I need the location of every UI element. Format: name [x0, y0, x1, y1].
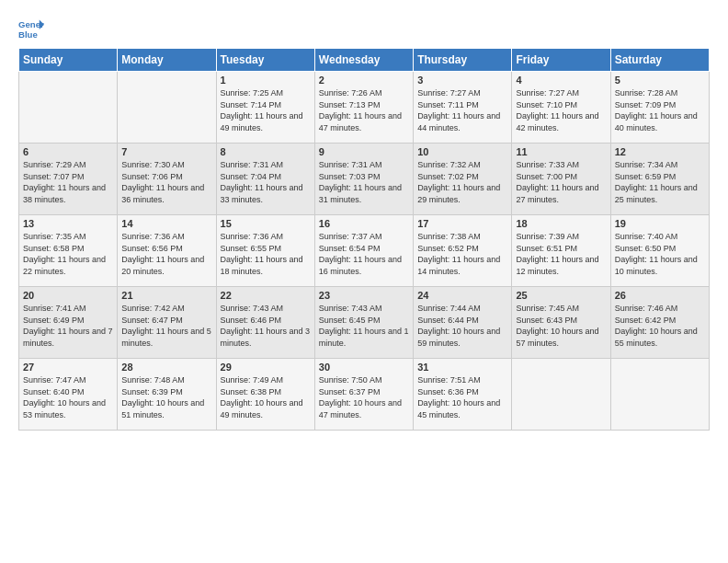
calendar-cell: 3Sunrise: 7:27 AM Sunset: 7:11 PM Daylig… [414, 72, 512, 144]
cell-info: Sunrise: 7:31 AM Sunset: 7:04 PM Dayligh… [221, 159, 311, 205]
calendar-cell: 8Sunrise: 7:31 AM Sunset: 7:04 PM Daylig… [216, 144, 314, 215]
calendar-cell: 20Sunrise: 7:41 AM Sunset: 6:49 PM Dayli… [19, 287, 118, 359]
calendar-cell: 2Sunrise: 7:26 AM Sunset: 7:13 PM Daylig… [314, 72, 413, 144]
calendar-cell: 26Sunrise: 7:46 AM Sunset: 6:42 PM Dayli… [610, 287, 709, 359]
day-number: 16 [319, 218, 409, 229]
day-number: 4 [516, 75, 606, 86]
cell-info: Sunrise: 7:45 AM Sunset: 6:43 PM Dayligh… [516, 303, 606, 349]
cell-info: Sunrise: 7:41 AM Sunset: 6:49 PM Dayligh… [23, 303, 113, 349]
day-header-monday: Monday [118, 49, 216, 72]
day-number: 11 [516, 146, 606, 157]
calendar-cell: 13Sunrise: 7:35 AM Sunset: 6:58 PM Dayli… [19, 215, 118, 287]
calendar-cell: 28Sunrise: 7:48 AM Sunset: 6:39 PM Dayli… [118, 359, 216, 431]
day-number: 31 [417, 362, 507, 373]
day-header-thursday: Thursday [414, 49, 512, 72]
day-number: 10 [417, 146, 507, 157]
cell-info: Sunrise: 7:51 AM Sunset: 6:36 PM Dayligh… [417, 374, 507, 420]
calendar-cell: 1Sunrise: 7:25 AM Sunset: 7:14 PM Daylig… [216, 72, 314, 144]
calendar-cell: 30Sunrise: 7:50 AM Sunset: 6:37 PM Dayli… [314, 359, 413, 431]
day-number: 17 [417, 218, 507, 229]
cell-info: Sunrise: 7:43 AM Sunset: 6:45 PM Dayligh… [319, 303, 409, 349]
cell-info: Sunrise: 7:26 AM Sunset: 7:13 PM Dayligh… [319, 87, 409, 133]
day-header-wednesday: Wednesday [314, 49, 413, 72]
calendar-cell: 4Sunrise: 7:27 AM Sunset: 7:10 PM Daylig… [512, 72, 610, 144]
calendar-cell: 16Sunrise: 7:37 AM Sunset: 6:54 PM Dayli… [314, 215, 413, 287]
cell-info: Sunrise: 7:36 AM Sunset: 6:56 PM Dayligh… [121, 231, 211, 277]
cell-info: Sunrise: 7:30 AM Sunset: 7:06 PM Dayligh… [121, 159, 211, 205]
calendar-cell: 27Sunrise: 7:47 AM Sunset: 6:40 PM Dayli… [19, 359, 118, 431]
day-number: 13 [23, 218, 113, 229]
calendar-cell [512, 359, 610, 431]
cell-info: Sunrise: 7:31 AM Sunset: 7:03 PM Dayligh… [319, 159, 409, 205]
calendar-cell: 24Sunrise: 7:44 AM Sunset: 6:44 PM Dayli… [414, 287, 512, 359]
day-number: 26 [615, 290, 705, 301]
cell-info: Sunrise: 7:48 AM Sunset: 6:39 PM Dayligh… [121, 374, 211, 420]
calendar-table: SundayMondayTuesdayWednesdayThursdayFrid… [18, 48, 710, 431]
cell-info: Sunrise: 7:27 AM Sunset: 7:11 PM Dayligh… [417, 87, 507, 133]
svg-text:Blue: Blue [18, 29, 38, 40]
cell-info: Sunrise: 7:39 AM Sunset: 6:51 PM Dayligh… [516, 231, 606, 277]
calendar-cell: 18Sunrise: 7:39 AM Sunset: 6:51 PM Dayli… [512, 215, 610, 287]
calendar-cell: 22Sunrise: 7:43 AM Sunset: 6:46 PM Dayli… [216, 287, 314, 359]
cell-info: Sunrise: 7:34 AM Sunset: 6:59 PM Dayligh… [615, 159, 705, 205]
day-header-saturday: Saturday [610, 49, 709, 72]
cell-info: Sunrise: 7:38 AM Sunset: 6:52 PM Dayligh… [417, 231, 507, 277]
calendar-cell: 15Sunrise: 7:36 AM Sunset: 6:55 PM Dayli… [216, 215, 314, 287]
day-header-tuesday: Tuesday [216, 49, 314, 72]
day-number: 22 [221, 290, 311, 301]
cell-info: Sunrise: 7:46 AM Sunset: 6:42 PM Dayligh… [615, 303, 705, 349]
calendar-cell [610, 359, 709, 431]
day-number: 8 [221, 146, 311, 157]
day-number: 5 [615, 75, 705, 86]
day-number: 25 [516, 290, 606, 301]
calendar-cell: 12Sunrise: 7:34 AM Sunset: 6:59 PM Dayli… [610, 144, 709, 215]
day-number: 27 [23, 362, 113, 373]
day-header-sunday: Sunday [19, 49, 118, 72]
day-number: 23 [319, 290, 409, 301]
day-number: 3 [417, 75, 507, 86]
calendar-cell: 19Sunrise: 7:40 AM Sunset: 6:50 PM Dayli… [610, 215, 709, 287]
logo: General Blue [18, 17, 44, 42]
day-number: 12 [615, 146, 705, 157]
calendar-cell: 21Sunrise: 7:42 AM Sunset: 6:47 PM Dayli… [118, 287, 216, 359]
cell-info: Sunrise: 7:44 AM Sunset: 6:44 PM Dayligh… [417, 303, 507, 349]
cell-info: Sunrise: 7:27 AM Sunset: 7:10 PM Dayligh… [516, 87, 606, 133]
calendar-cell: 29Sunrise: 7:49 AM Sunset: 6:38 PM Dayli… [216, 359, 314, 431]
day-number: 21 [121, 290, 211, 301]
day-header-friday: Friday [512, 49, 610, 72]
day-number: 30 [319, 362, 409, 373]
calendar-cell [19, 72, 118, 144]
calendar-cell [118, 72, 216, 144]
cell-info: Sunrise: 7:47 AM Sunset: 6:40 PM Dayligh… [23, 374, 113, 420]
day-number: 2 [319, 75, 409, 86]
cell-info: Sunrise: 7:37 AM Sunset: 6:54 PM Dayligh… [319, 231, 409, 277]
day-number: 24 [417, 290, 507, 301]
cell-info: Sunrise: 7:25 AM Sunset: 7:14 PM Dayligh… [221, 87, 311, 133]
day-number: 7 [121, 146, 211, 157]
day-number: 19 [615, 218, 705, 229]
cell-info: Sunrise: 7:28 AM Sunset: 7:09 PM Dayligh… [615, 87, 705, 133]
cell-info: Sunrise: 7:33 AM Sunset: 7:00 PM Dayligh… [516, 159, 606, 205]
logo-icon: General Blue [18, 17, 44, 42]
calendar-cell: 5Sunrise: 7:28 AM Sunset: 7:09 PM Daylig… [610, 72, 709, 144]
day-number: 9 [319, 146, 409, 157]
cell-info: Sunrise: 7:42 AM Sunset: 6:47 PM Dayligh… [121, 303, 211, 349]
calendar-cell: 7Sunrise: 7:30 AM Sunset: 7:06 PM Daylig… [118, 144, 216, 215]
calendar-cell: 6Sunrise: 7:29 AM Sunset: 7:07 PM Daylig… [19, 144, 118, 215]
calendar-cell: 14Sunrise: 7:36 AM Sunset: 6:56 PM Dayli… [118, 215, 216, 287]
calendar-cell: 25Sunrise: 7:45 AM Sunset: 6:43 PM Dayli… [512, 287, 610, 359]
cell-info: Sunrise: 7:50 AM Sunset: 6:37 PM Dayligh… [319, 374, 409, 420]
cell-info: Sunrise: 7:32 AM Sunset: 7:02 PM Dayligh… [417, 159, 507, 205]
calendar-cell: 17Sunrise: 7:38 AM Sunset: 6:52 PM Dayli… [414, 215, 512, 287]
calendar-cell: 11Sunrise: 7:33 AM Sunset: 7:00 PM Dayli… [512, 144, 610, 215]
cell-info: Sunrise: 7:40 AM Sunset: 6:50 PM Dayligh… [615, 231, 705, 277]
cell-info: Sunrise: 7:43 AM Sunset: 6:46 PM Dayligh… [221, 303, 311, 349]
day-number: 1 [221, 75, 311, 86]
day-number: 20 [23, 290, 113, 301]
calendar-cell: 31Sunrise: 7:51 AM Sunset: 6:36 PM Dayli… [414, 359, 512, 431]
day-number: 28 [121, 362, 211, 373]
day-number: 18 [516, 218, 606, 229]
calendar-cell: 10Sunrise: 7:32 AM Sunset: 7:02 PM Dayli… [414, 144, 512, 215]
cell-info: Sunrise: 7:29 AM Sunset: 7:07 PM Dayligh… [23, 159, 113, 205]
header: General Blue [18, 17, 710, 42]
